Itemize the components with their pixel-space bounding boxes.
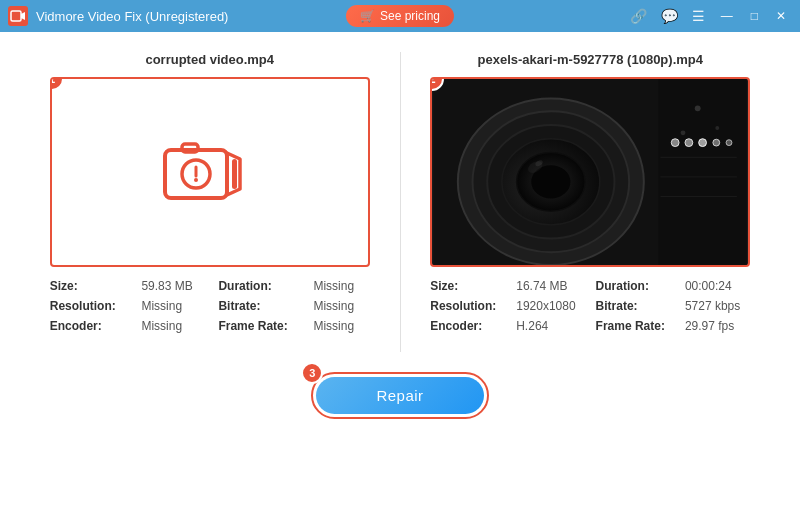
left-resolution-value: Missing <box>141 299 208 313</box>
left-size-value: 59.83 MB <box>141 279 208 293</box>
left-size-label: Size: <box>50 279 132 293</box>
maximize-button[interactable]: □ <box>745 7 764 25</box>
right-duration-value: 00:00:24 <box>685 279 750 293</box>
svg-rect-7 <box>232 159 237 189</box>
badge-1: 1 <box>50 77 64 91</box>
right-panel: pexels-akari-m-5927778 (1080p).mp4 2 <box>411 52 771 333</box>
pricing-label: See pricing <box>380 9 440 23</box>
link-icon[interactable]: 🔗 <box>626 6 651 26</box>
sample-video-frame: 2 <box>430 77 750 267</box>
titlebar-left: Vidmore Video Fix (Unregistered) <box>8 6 228 26</box>
minimize-button[interactable]: — <box>715 7 739 25</box>
svg-point-5 <box>194 178 198 182</box>
right-resolution-value: 1920x1080 <box>516 299 585 313</box>
svg-point-21 <box>681 130 686 135</box>
app-logo <box>8 6 28 26</box>
right-encoder-label: Encoder: <box>430 319 506 333</box>
titlebar-controls: 🔗 💬 ☰ — □ ✕ <box>626 6 792 26</box>
repair-btn-border: Repair <box>311 372 488 419</box>
see-pricing-button[interactable]: 🛒 See pricing <box>346 5 454 27</box>
left-framerate-label: Frame Rate: <box>218 319 303 333</box>
left-bitrate-label: Bitrate: <box>218 299 303 313</box>
svg-rect-18 <box>659 79 747 265</box>
chat-icon[interactable]: 💬 <box>657 6 682 26</box>
right-bitrate-label: Bitrate: <box>596 299 675 313</box>
app-title: Vidmore Video Fix (Unregistered) <box>36 9 228 24</box>
corrupted-video-frame: 1 <box>50 77 370 267</box>
camera-error-icon <box>160 135 260 210</box>
right-size-label: Size: <box>430 279 506 293</box>
repair-button-wrapper: 3 Repair <box>311 372 488 419</box>
left-framerate-value: Missing <box>313 319 369 333</box>
repair-button[interactable]: Repair <box>316 377 483 414</box>
svg-point-22 <box>672 139 680 147</box>
left-panel-title: corrupted video.mp4 <box>145 52 274 67</box>
left-info-grid: Size: 59.83 MB Duration: Missing Resolut… <box>50 279 370 333</box>
right-framerate-value: 29.97 fps <box>685 319 750 333</box>
left-resolution-label: Resolution: <box>50 299 132 313</box>
svg-point-24 <box>699 139 707 147</box>
svg-point-26 <box>726 140 732 146</box>
svg-rect-0 <box>11 11 21 21</box>
right-framerate-label: Frame Rate: <box>596 319 675 333</box>
right-info-grid: Size: 16.74 MB Duration: 00:00:24 Resolu… <box>430 279 750 333</box>
main-content: corrupted video.mp4 1 <box>0 32 800 517</box>
close-button[interactable]: ✕ <box>770 7 792 25</box>
svg-point-25 <box>713 139 720 146</box>
svg-point-20 <box>716 126 720 130</box>
panel-divider <box>400 52 401 352</box>
right-size-value: 16.74 MB <box>516 279 585 293</box>
right-panel-title: pexels-akari-m-5927778 (1080p).mp4 <box>478 52 703 67</box>
right-resolution-label: Resolution: <box>430 299 506 313</box>
svg-point-19 <box>695 105 701 111</box>
menu-icon[interactable]: ☰ <box>688 6 709 26</box>
right-encoder-value: H.264 <box>516 319 585 333</box>
left-panel: corrupted video.mp4 1 <box>30 52 390 333</box>
right-duration-label: Duration: <box>596 279 675 293</box>
bottom-section: 3 Repair <box>30 372 770 419</box>
left-encoder-value: Missing <box>141 319 208 333</box>
left-bitrate-value: Missing <box>313 299 369 313</box>
svg-point-23 <box>685 139 693 147</box>
cart-icon: 🛒 <box>360 9 375 23</box>
left-encoder-label: Encoder: <box>50 319 132 333</box>
right-bitrate-value: 5727 kbps <box>685 299 750 313</box>
left-duration-label: Duration: <box>218 279 303 293</box>
panels-row: corrupted video.mp4 1 <box>30 52 770 352</box>
left-duration-value: Missing <box>313 279 369 293</box>
titlebar: Vidmore Video Fix (Unregistered) 🛒 See p… <box>0 0 800 32</box>
